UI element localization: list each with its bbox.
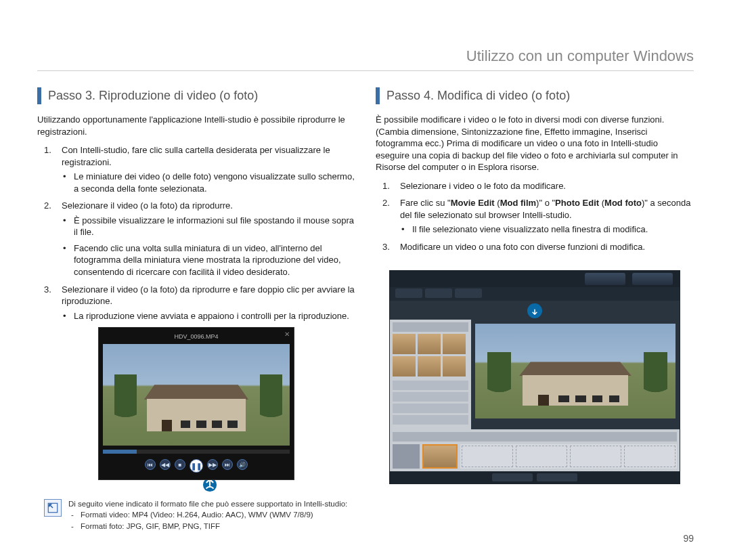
step3-item-2-bullet-1: È possibile visualizzare le informazioni… [62,215,355,238]
editor-sidebar [390,320,471,429]
editor-top-button [632,273,673,285]
step3-item-1-bullet-1: Le miniature dei video (o delle foto) ve… [62,171,355,194]
note-icon [44,499,62,517]
step4-item-3: Modificare un video o una foto con diver… [376,241,694,253]
editor-preview [471,320,680,429]
callout-arrow-icon [527,303,542,318]
editor-bottombar [390,471,680,483]
step3-item-1-text: Con Intelli-studio, fare clic sulla cart… [62,145,330,167]
step4-item-2: Fare clic su "Movie Edit (Mod film)" o "… [376,197,694,236]
note-format-photo: Formati foto: JPG, GIF, BMP, PNG, TIFF [68,521,347,532]
step4-item-2-bullet-1: Il file selezionato viene visualizzato n… [400,223,694,236]
player-filename: HDV_0096.MP4 [174,333,218,340]
video-frame [103,344,290,446]
prev-track-icon: ⏮ [145,459,156,470]
step4-item-1: Selezionare i video o le foto da modific… [376,180,694,192]
left-column: Passo 3. Riproduzione di video (o foto) … [37,87,355,534]
editor-screenshot [389,270,680,484]
step3-heading: Passo 3. Riproduzione di video (o foto) [37,87,355,104]
step3-item-2-bullet-2: Facendo clic una volta sulla miniatura d… [62,242,355,278]
progress-bar [103,450,290,454]
note-format-video: Formati video: MP4 (Video: H.264, Audio:… [68,510,347,521]
page-number: 99 [683,533,694,544]
timeline-clip [422,444,458,469]
step3-item-3-bullet-1: La riproduzione viene avviata e appaiono… [62,310,355,322]
step3-item-3-text: Selezionare il video (o la foto) da ripr… [62,284,355,307]
volume-icon: 🔊 [237,459,248,470]
step4-intro: È possibile modificare i video o le foto… [376,114,694,173]
step4-heading: Passo 4. Modifica di video (o foto) [376,87,694,104]
step3-item-3: Selezionare il video (o la foto) da ripr… [37,284,355,322]
note-lead-text: Di seguito viene indicato il formato fil… [68,499,347,510]
player-controls: ⏮ ◀◀ ■ ❚❚ ▶▶ ⏭ 🔊 [103,459,290,473]
step3-item-1: Con Intelli-studio, fare clic sulla cart… [37,144,355,194]
page-header: Utilizzo con un computer Windows [37,47,694,71]
editor-top-button [585,273,625,285]
forward-icon: ▶▶ [207,459,218,470]
step3-item-2-text: Selezionare il video (o la foto) da ripr… [62,200,233,211]
pause-icon: ❚❚ [190,459,203,473]
close-icon: ✕ [284,330,290,338]
step4-item-2-text: Fare clic su "Movie Edit (Mod film)" o "… [400,198,691,220]
step3-item-2: Selezionare il video (o la foto) da ripr… [37,200,355,278]
step3-intro: Utilizzando opportunamente l'applicazion… [37,114,355,137]
rewind-icon: ◀◀ [160,459,171,470]
video-player-screenshot: HDV_0096.MP4 ✕ ⏮ ◀◀ ■ ❚❚ ▶▶ [98,327,294,480]
editor-timeline [390,429,680,471]
editor-tabs [390,287,680,301]
next-track-icon: ⏭ [222,459,233,470]
stop-icon: ■ [175,459,185,470]
right-column: Passo 4. Modifica di video (o foto) È po… [376,87,694,534]
editor-titlebar [390,271,680,287]
